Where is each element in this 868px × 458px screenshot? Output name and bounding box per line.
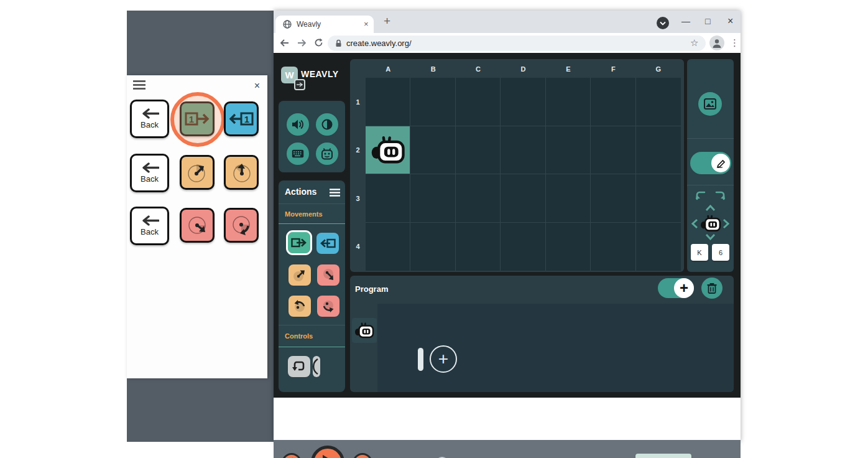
background-picker-button[interactable]	[698, 92, 722, 116]
grid-cell-F2[interactable]	[591, 126, 635, 175]
robot-character-icon	[371, 136, 405, 164]
grid-cell-E2[interactable]	[546, 126, 591, 175]
position-column-button[interactable]: K	[691, 244, 708, 261]
actions-panel: Actions Movements	[279, 180, 345, 392]
forward-block[interactable]	[288, 232, 310, 253]
grid-cell-B1[interactable]	[410, 78, 455, 126]
background-picker-icon	[704, 98, 716, 110]
column-header-G: G	[636, 62, 681, 77]
weavly-app: W WEAVLY	[274, 53, 741, 398]
backward-block-overlay[interactable]: 1	[224, 101, 259, 136]
grid-cell-F1[interactable]	[591, 78, 635, 126]
screenshot-root: × Back 1 1 Back	[0, 0, 868, 458]
theme-contrast-button[interactable]	[316, 113, 338, 136]
svg-text:1: 1	[244, 114, 249, 124]
column-header-D: D	[501, 62, 545, 77]
loop-end-block[interactable]	[313, 356, 320, 377]
draw-path-toggle[interactable]	[690, 152, 731, 174]
browser-reload-icon[interactable]	[314, 38, 323, 47]
overlay-menu-icon[interactable]	[132, 80, 146, 90]
stop-button[interactable]	[353, 453, 372, 458]
keyboard-shortcuts-button[interactable]	[287, 143, 309, 165]
grid-cell-E3[interactable]	[546, 174, 591, 223]
grid-cell-D1[interactable]	[501, 78, 545, 126]
turn-right-45-icon	[292, 267, 308, 283]
forward-block-overlay[interactable]: 1	[180, 101, 215, 136]
add-node-toggle[interactable]: +	[658, 278, 694, 298]
grid-cell-D3[interactable]	[501, 174, 545, 223]
grid-cell-A4[interactable]	[366, 223, 410, 271]
row-label-1: 1	[350, 78, 366, 126]
back-button-row3[interactable]: Back	[130, 207, 169, 245]
turn-right-90-icon	[292, 298, 308, 314]
divider	[687, 138, 734, 139]
grid-cell-A2-character[interactable]	[366, 126, 410, 175]
grid-cell-G2[interactable]	[636, 126, 681, 175]
grid-cell-D4[interactable]	[501, 223, 545, 271]
turn-left-90-block[interactable]	[317, 296, 339, 317]
browser-tab[interactable]: Weavly ×	[275, 16, 374, 33]
minimize-button[interactable]: —	[681, 16, 690, 26]
audio-feedback-button[interactable]	[287, 113, 309, 136]
move-down-chevron[interactable]	[705, 233, 716, 240]
grid-cell-E1[interactable]	[546, 78, 591, 126]
tab-close-icon[interactable]: ×	[364, 19, 369, 29]
chrome-update-icon[interactable]	[657, 17, 669, 29]
grid-cell-D2[interactable]	[501, 126, 545, 175]
character-picker-button[interactable]	[316, 143, 338, 165]
turn-right-90-block-overlay[interactable]	[180, 208, 215, 243]
turn-left-45-block-overlay[interactable]	[224, 155, 259, 190]
grid-cell-E4[interactable]	[546, 223, 591, 271]
move-left-chevron[interactable]	[691, 218, 698, 229]
grid-cell-C1[interactable]	[456, 78, 501, 126]
back-button-row2[interactable]: Back	[130, 154, 169, 192]
grid-cell-B2[interactable]	[410, 126, 455, 175]
turn-left-45-block[interactable]	[317, 264, 339, 286]
column-header-B: B	[410, 62, 455, 77]
move-right-chevron[interactable]	[723, 218, 729, 229]
grid-cell-A1[interactable]	[366, 78, 410, 126]
lock-icon	[335, 39, 342, 47]
grid-cell-F4[interactable]	[591, 223, 635, 271]
grid-cell-B4[interactable]	[410, 223, 455, 271]
grid-cell-G1[interactable]	[636, 78, 681, 126]
play-button[interactable]	[311, 446, 344, 458]
redo-icon[interactable]	[714, 191, 726, 200]
refresh-button[interactable]	[282, 453, 302, 458]
loop-block[interactable]	[288, 356, 310, 377]
backward-icon	[320, 238, 336, 249]
turn-right-90-block[interactable]	[289, 296, 311, 317]
turn-right-45-block[interactable]	[289, 264, 311, 286]
delete-all-button[interactable]	[701, 278, 723, 299]
move-up-chevron[interactable]	[705, 205, 716, 212]
browser-back-icon[interactable]	[280, 39, 289, 47]
grid-cell-F3[interactable]	[591, 174, 635, 223]
bookmark-star-icon[interactable]: ☆	[690, 37, 698, 49]
program-character-button[interactable]	[352, 318, 377, 343]
add-step-button[interactable]: +	[430, 345, 457, 373]
maximize-button[interactable]: □	[705, 16, 710, 26]
share-button[interactable]: Share	[635, 454, 691, 458]
grid-cell-B3[interactable]	[410, 174, 455, 223]
grid-cell-C3[interactable]	[456, 174, 501, 223]
position-row-button[interactable]: 6	[712, 244, 729, 261]
grid-cell-C2[interactable]	[456, 126, 501, 175]
turn-right-45-block-overlay[interactable]	[180, 155, 215, 190]
actions-menu-icon[interactable]	[330, 189, 340, 197]
back-button-row1[interactable]: Back	[130, 100, 169, 138]
window-close-button[interactable]: ×	[727, 16, 733, 27]
grid-cell-G4[interactable]	[636, 223, 681, 271]
new-tab-button[interactable]: +	[384, 14, 390, 28]
omnibox[interactable]: create.weavly.org/	[328, 35, 706, 51]
profile-avatar[interactable]	[709, 35, 724, 50]
overlay-close-icon[interactable]: ×	[254, 80, 260, 91]
chrome-menu-icon[interactable]: ⋮	[730, 37, 739, 49]
turn-right-180-block-overlay[interactable]	[224, 208, 259, 243]
undo-icon[interactable]	[695, 191, 707, 200]
grid-cell-G3[interactable]	[636, 174, 681, 223]
grid-cell-A3[interactable]	[366, 174, 410, 223]
browser-forward-icon[interactable]	[297, 39, 307, 47]
divider	[279, 203, 345, 204]
backward-block[interactable]	[316, 233, 339, 254]
grid-cell-C4[interactable]	[456, 223, 501, 271]
